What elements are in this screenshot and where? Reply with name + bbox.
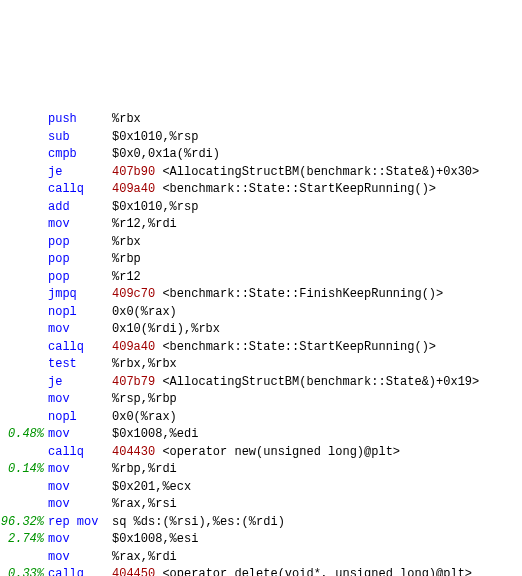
percent — [0, 111, 46, 129]
asm-line: 2.74%mov$0x1008,%esi — [0, 531, 522, 549]
asm-line: je407b90 <AllocatingStructBM(benchmark::… — [0, 164, 522, 182]
percent — [0, 146, 46, 164]
operands: %rbx,%rbx — [112, 356, 177, 374]
symbol: <AllocatingStructBM(benchmark::State&)+0… — [162, 165, 479, 179]
operands: %rbx — [112, 234, 141, 252]
percent — [0, 251, 46, 269]
jump-address: 404430 — [112, 445, 162, 459]
percent — [0, 181, 46, 199]
percent — [0, 234, 46, 252]
mnemonic: push — [46, 111, 112, 129]
mnemonic: nopl — [46, 409, 112, 427]
percent — [0, 479, 46, 497]
mnemonic: nopl — [46, 304, 112, 322]
asm-line: nopl0x0(%rax) — [0, 409, 522, 427]
operands: 407b90 <AllocatingStructBM(benchmark::St… — [112, 164, 479, 182]
mnemonic: je — [46, 164, 112, 182]
asm-line: 0.48%mov$0x1008,%edi — [0, 426, 522, 444]
percent — [0, 129, 46, 147]
asm-line: cmpb$0x0,0x1a(%rdi) — [0, 146, 522, 164]
symbol: <operator new(unsigned long)@plt> — [162, 445, 400, 459]
asm-line: callq409a40 <benchmark::State::StartKeep… — [0, 181, 522, 199]
asm-line: add$0x1010,%rsp — [0, 199, 522, 217]
mnemonic: mov — [46, 461, 112, 479]
operands: %rax,%rsi — [112, 496, 177, 514]
percent — [0, 391, 46, 409]
operands: $0x1010,%rsp — [112, 199, 198, 217]
percent — [0, 444, 46, 462]
asm-line: test%rbx,%rbx — [0, 356, 522, 374]
percent: 0.33% — [0, 566, 46, 576]
asm-line: mov0x10(%rdi),%rbx — [0, 321, 522, 339]
symbol: <benchmark::State::FinishKeepRunning()> — [162, 287, 443, 301]
mnemonic: mov — [46, 391, 112, 409]
operands: $0x1008,%esi — [112, 531, 198, 549]
mnemonic: mov — [46, 479, 112, 497]
asm-line: 0.33%callq404450 <operator delete(void*,… — [0, 566, 522, 576]
percent — [0, 409, 46, 427]
asm-line: 0.14%mov%rbp,%rdi — [0, 461, 522, 479]
operands: $0x1010,%rsp — [112, 129, 198, 147]
operands: %rbx — [112, 111, 141, 129]
symbol: <benchmark::State::StartKeepRunning()> — [162, 340, 436, 354]
jump-address: 404450 — [112, 567, 162, 576]
percent — [0, 164, 46, 182]
mnemonic: mov — [46, 549, 112, 567]
operands: 0x10(%rdi),%rbx — [112, 321, 220, 339]
mnemonic: cmpb — [46, 146, 112, 164]
symbol: <benchmark::State::StartKeepRunning()> — [162, 182, 436, 196]
operands: %r12,%rdi — [112, 216, 177, 234]
operands: 0x0(%rax) — [112, 409, 177, 427]
mnemonic: jmpq — [46, 286, 112, 304]
operands: %rax,%rdi — [112, 549, 177, 567]
symbol: <operator delete(void*, unsigned long)@p… — [162, 567, 472, 576]
asm-line: 96.32%rep movsq %ds:(%rsi),%es:(%rdi) — [0, 514, 522, 532]
operands: 404430 <operator new(unsigned long)@plt> — [112, 444, 400, 462]
asm-line: pop%rbp — [0, 251, 522, 269]
asm-line: jmpq409c70 <benchmark::State::FinishKeep… — [0, 286, 522, 304]
percent — [0, 339, 46, 357]
jump-address: 407b79 — [112, 375, 162, 389]
percent: 2.74% — [0, 531, 46, 549]
asm-listing: { "lines": [ {"pct":"","mne":"push","ops… — [0, 35, 522, 576]
asm-line: pop%rbx — [0, 234, 522, 252]
jump-address: 409a40 — [112, 340, 162, 354]
percent — [0, 269, 46, 287]
mnemonic: pop — [46, 269, 112, 287]
jump-address: 409c70 — [112, 287, 162, 301]
mnemonic: callq — [46, 181, 112, 199]
percent — [0, 374, 46, 392]
mnemonic: mov — [46, 426, 112, 444]
operands: 404450 <operator delete(void*, unsigned … — [112, 566, 472, 576]
operands: 409a40 <benchmark::State::StartKeepRunni… — [112, 181, 436, 199]
mnemonic: sub — [46, 129, 112, 147]
mnemonic: je — [46, 374, 112, 392]
percent — [0, 304, 46, 322]
mnemonic: mov — [46, 531, 112, 549]
asm-line: callq404430 <operator new(unsigned long)… — [0, 444, 522, 462]
jump-address: 409a40 — [112, 182, 162, 196]
asm-line: je407b79 <AllocatingStructBM(benchmark::… — [0, 374, 522, 392]
mnemonic: rep mov — [46, 514, 112, 532]
asm-line: pop%r12 — [0, 269, 522, 287]
operands: sq %ds:(%rsi),%es:(%rdi) — [112, 514, 285, 532]
percent: 0.14% — [0, 461, 46, 479]
percent — [0, 321, 46, 339]
percent — [0, 496, 46, 514]
operands: $0x201,%ecx — [112, 479, 191, 497]
mnemonic: mov — [46, 496, 112, 514]
percent — [0, 199, 46, 217]
operands: $0x1008,%edi — [112, 426, 198, 444]
asm-line: mov%r12,%rdi — [0, 216, 522, 234]
mnemonic: test — [46, 356, 112, 374]
symbol: <AllocatingStructBM(benchmark::State&)+0… — [162, 375, 479, 389]
asm-line: mov%rsp,%rbp — [0, 391, 522, 409]
operands: %r12 — [112, 269, 141, 287]
jump-address: 407b90 — [112, 165, 162, 179]
percent — [0, 356, 46, 374]
mnemonic: pop — [46, 234, 112, 252]
mnemonic: callq — [46, 566, 112, 576]
operands: %rsp,%rbp — [112, 391, 177, 409]
operands: 0x0(%rax) — [112, 304, 177, 322]
mnemonic: add — [46, 199, 112, 217]
